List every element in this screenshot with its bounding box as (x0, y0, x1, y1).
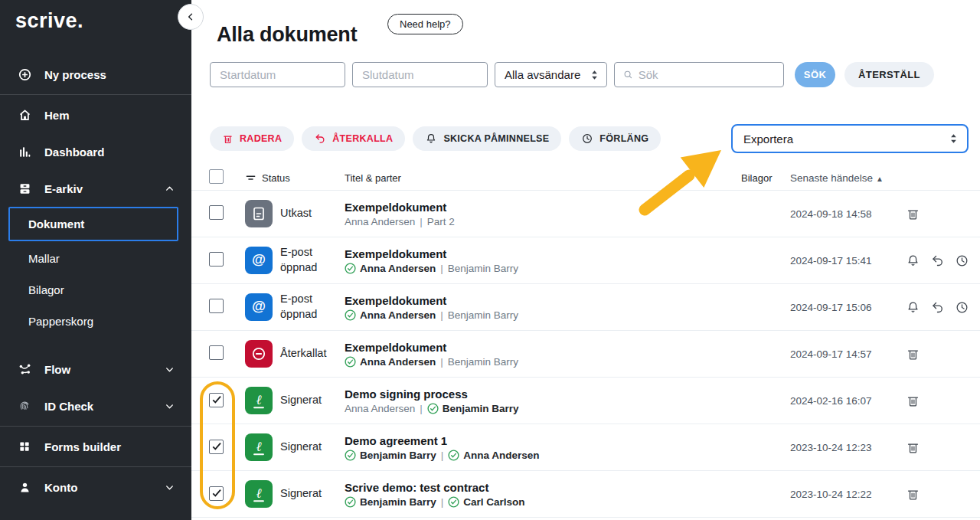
party-name: Carl Carlson (463, 496, 524, 508)
trash-icon[interactable] (906, 440, 920, 455)
status-label: E-post öppnad (280, 245, 345, 275)
trash-icon (222, 133, 234, 145)
column-header-attachments[interactable]: Bilagor (741, 172, 787, 184)
start-date-input[interactable] (211, 63, 345, 87)
row-actions (906, 347, 980, 361)
trash-icon[interactable] (906, 394, 920, 408)
sort-arrows-icon (949, 133, 958, 144)
send-reminder-button[interactable]: SKICKA PÅMINNELSE (413, 126, 561, 151)
party-separator: | (440, 356, 443, 368)
bell-icon[interactable] (906, 253, 920, 268)
search-input[interactable] (639, 63, 783, 87)
plus-circle-icon (17, 67, 32, 82)
document-title[interactable]: Demo signing process (345, 388, 741, 401)
party-separator: | (441, 450, 444, 461)
party-name: Anna Andersen (463, 450, 539, 461)
timestamp: 2023-10-24 12:23 (787, 442, 906, 453)
row-checkbox[interactable] (209, 486, 224, 501)
party: Benjamin Barry (427, 403, 519, 414)
sub-item-label: Papperskorg (28, 315, 93, 328)
row-checkbox[interactable] (209, 440, 224, 454)
sender-select[interactable]: Alla avsändare (495, 62, 607, 87)
sidebar-item-dashboard[interactable]: Dashboard (0, 133, 191, 170)
sidebar-item-id-check[interactable]: ID Check (0, 388, 191, 424)
sidebar-item-flow[interactable]: Flow (0, 351, 191, 388)
app-window: scrive. Ny process Hem Dashboard (0, 0, 980, 520)
column-header-title[interactable]: Titel & parter (345, 172, 741, 184)
row-checkbox[interactable] (209, 252, 224, 267)
bell-icon[interactable] (906, 300, 920, 315)
column-header-status[interactable]: Status (245, 172, 345, 184)
sidebar-item-papperskorg[interactable]: Papperskorg (0, 306, 191, 337)
row-actions (906, 253, 980, 268)
send-reminder-button-label: SKICKA PÅMINNELSE (443, 133, 549, 144)
sidebar-collapse-button[interactable] (178, 4, 204, 30)
document-parties: Anna Andersen|Benjamin Barry (345, 403, 741, 414)
sidebar-item-bilagor[interactable]: Bilagor (0, 274, 191, 306)
table-row[interactable]: UtkastExempeldokumentAnna Andersen|Part … (191, 191, 980, 237)
sub-item-label: Dokument (28, 217, 84, 231)
clock-icon[interactable] (955, 253, 969, 268)
table-row[interactable]: @E-post öppnadExempeldokumentAnna Anders… (191, 237, 980, 284)
document-title[interactable]: Exempeldokument (345, 294, 741, 307)
document-title[interactable]: Exempeldokument (345, 201, 741, 214)
sidebar-item-label: Forms builder (44, 440, 121, 453)
export-select[interactable]: Exportera (731, 124, 969, 153)
party-name: Benjamin Barry (443, 403, 519, 414)
document-title[interactable]: Exempeldokument (345, 247, 741, 260)
sidebar-item-dokument[interactable]: Dokument (8, 207, 178, 241)
person-icon (17, 480, 32, 495)
row-checkbox[interactable] (209, 299, 224, 313)
recall-button[interactable]: ÅTERKALLA (302, 126, 405, 151)
timestamp: 2024-02-16 16:07 (787, 395, 906, 407)
table-row[interactable]: @E-post öppnadExempeldokumentAnna Anders… (191, 284, 980, 331)
flow-icon (17, 362, 32, 377)
column-header-last-event[interactable]: Senaste händelse▲ (787, 172, 906, 184)
table-row[interactable]: ℓSigneratDemo signing processAnna Anders… (191, 378, 980, 424)
trash-icon[interactable] (906, 207, 920, 221)
party-name: Anna Andersen (345, 403, 415, 414)
need-help-button[interactable]: Need help? (387, 14, 463, 34)
document-title[interactable]: Scrive demo: test contract (345, 481, 741, 494)
sidebar-item-label: Dashboard (44, 146, 104, 159)
clock-icon[interactable] (955, 300, 969, 315)
party: Benjamin Barry (345, 496, 436, 508)
timestamp: 2024-09-17 15:06 (787, 302, 906, 313)
sidebar-item-label: E-arkiv (44, 182, 83, 195)
party: Benjamin Barry (448, 263, 518, 274)
extend-button[interactable]: FÖRLÄNG (569, 126, 661, 151)
table-row[interactable]: ÅterkallatExempeldokumentAnna Andersen|B… (191, 331, 980, 378)
status-signed-icon: ℓ (245, 433, 273, 461)
party: Anna Andersen (345, 356, 436, 368)
delete-button[interactable]: RADERA (210, 126, 294, 151)
sidebar-item-new-process[interactable]: Ny process (0, 56, 191, 93)
document-title[interactable]: Exempeldokument (345, 341, 741, 354)
undo-icon[interactable] (930, 300, 945, 315)
signed-check-icon (345, 263, 356, 274)
party: Anna Andersen (448, 450, 539, 461)
row-checkbox[interactable] (209, 205, 224, 220)
recall-button-label: ÅTERKALLA (332, 133, 393, 144)
reset-button[interactable]: ÅTERSTÄLL (844, 62, 934, 87)
search-button[interactable]: SÖK (795, 62, 835, 87)
trash-icon[interactable] (906, 487, 920, 502)
row-checkbox[interactable] (209, 393, 224, 407)
end-date-input[interactable] (353, 63, 487, 87)
document-parties: Benjamin Barry|Carl Carlson (345, 496, 741, 508)
select-all-checkbox[interactable] (209, 169, 224, 184)
trash-icon[interactable] (906, 347, 920, 361)
document-title[interactable]: Demo agreement 1 (345, 434, 741, 447)
export-select-value: Exportera (743, 132, 793, 146)
sidebar-item-home[interactable]: Hem (0, 96, 191, 133)
sidebar-item-earkiv[interactable]: E-arkiv (0, 170, 191, 207)
row-checkbox[interactable] (209, 345, 224, 360)
sender-select-value: Alla avsändare (505, 68, 580, 81)
undo-icon[interactable] (930, 253, 945, 268)
sidebar-item-forms-builder[interactable]: Forms builder (0, 428, 191, 465)
sidebar-item-mallar[interactable]: Mallar (0, 243, 191, 274)
sort-arrows-icon (590, 70, 599, 80)
table-row[interactable]: ℓSigneratDemo agreement 1Benjamin Barry|… (191, 424, 980, 471)
table-row[interactable]: ℓSigneratScrive demo: test contractBenja… (191, 471, 980, 518)
party-name: Anna Andersen (360, 309, 436, 321)
sidebar-item-konto[interactable]: Konto (0, 469, 191, 505)
